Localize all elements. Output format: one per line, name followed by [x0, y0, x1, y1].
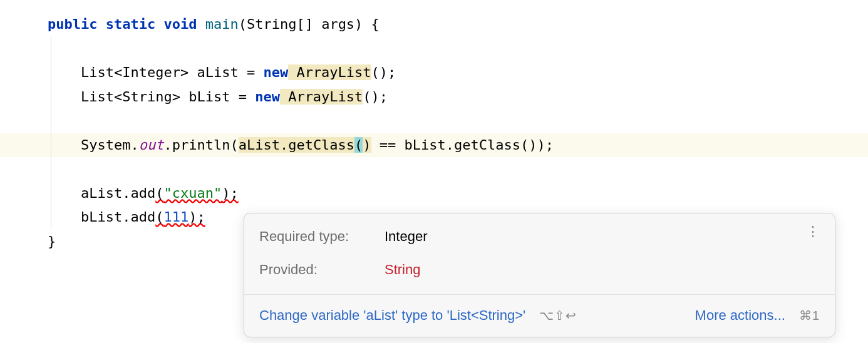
indent-guide — [51, 205, 51, 230]
indent-guide — [51, 157, 51, 182]
indent-guide — [51, 109, 51, 133]
shortcut-label: ⌥⇧↩ — [539, 305, 577, 327]
more-vertical-icon[interactable]: ⋮ — [801, 225, 820, 238]
close-brace: } — [48, 233, 56, 249]
highlight-arraylist: ArrayList — [280, 89, 363, 105]
highlight-paren: ) — [363, 137, 371, 153]
provided-value: String — [385, 258, 801, 282]
indent-guide — [51, 182, 51, 206]
code-line-current[interactable]: System.out.println(aList.getClass() == b… — [0, 133, 868, 158]
shortcut-label: ⌘1 — [799, 305, 820, 327]
method-main: main — [205, 16, 239, 32]
tooltip-body: Required type: Integer ⋮ Provided: Strin… — [244, 213, 835, 294]
highlight-arraylist: ArrayList — [288, 64, 371, 80]
keyword-new: new — [263, 64, 288, 80]
code-line[interactable]: List<String> bList = new ArrayList(); — [0, 85, 868, 110]
keyword-new: new — [255, 89, 280, 105]
required-type-label: Required type: — [259, 225, 385, 249]
alist-add: aList.add — [81, 185, 155, 201]
indent-guide — [51, 85, 51, 110]
code-line-empty[interactable] — [0, 109, 868, 133]
indent-guide — [51, 61, 51, 85]
tooltip-footer: Change variable 'aList' type to 'List<St… — [244, 294, 835, 337]
call-close: (); — [371, 64, 396, 80]
system-ref: System. — [81, 137, 139, 153]
quickfix-action[interactable]: Change variable 'aList' type to 'List<St… — [259, 304, 525, 328]
paren-close-err: ); — [189, 209, 205, 225]
indent-guide — [51, 37, 51, 61]
code-line[interactable]: aList.add("cxuan"); — [0, 182, 868, 206]
params: (String[] args) { — [239, 16, 380, 32]
string-literal: "cxuan" — [163, 185, 222, 201]
more-actions-link[interactable]: More actions... — [695, 304, 785, 328]
eq-op: == — [371, 137, 405, 153]
call-close: (); — [363, 89, 388, 105]
error-tooltip: Required type: Integer ⋮ Provided: Strin… — [244, 213, 835, 337]
code-line[interactable]: List<Integer> aList = new ArrayList(); — [0, 61, 868, 85]
caret-paren: ( — [354, 137, 363, 153]
blist-add: bList.add — [81, 209, 155, 225]
keyword-public: public — [48, 16, 97, 32]
indent-guide — [51, 133, 51, 158]
required-type-value: Integer — [385, 225, 801, 249]
keyword-static: static — [106, 16, 155, 32]
provided-label: Provided: — [259, 258, 385, 282]
paren-close-err: ); — [222, 185, 239, 201]
field-out: out — [139, 137, 164, 153]
paren-err: ( — [155, 185, 163, 201]
code-line[interactable]: public static void main(String[] args) { — [0, 13, 868, 37]
keyword-void: void — [163, 16, 197, 32]
decl-blist: List<String> bList = — [81, 89, 255, 105]
number-literal: 111 — [163, 209, 189, 225]
decl-alist: List<Integer> aList = — [81, 64, 263, 80]
highlight-getclass: aList.getClass — [239, 137, 354, 153]
println-open: .println( — [163, 137, 238, 153]
rest-expr: bList.getClass()); — [405, 137, 554, 153]
paren-err: ( — [155, 209, 163, 225]
code-line-empty[interactable] — [0, 37, 868, 61]
code-line-empty[interactable] — [0, 157, 868, 182]
